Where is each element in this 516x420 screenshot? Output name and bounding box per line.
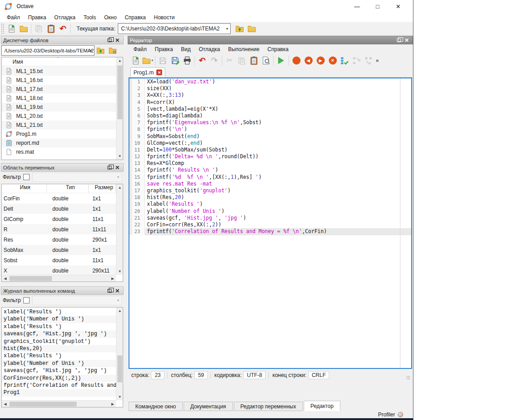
minimize-button[interactable]: — [347, 0, 367, 13]
line-number[interactable]: 12 [129, 153, 145, 160]
open-file-button[interactable]: ▾ [142, 55, 154, 66]
line-number[interactable]: 22 [129, 221, 145, 228]
line-number[interactable]: 10 [129, 140, 145, 147]
scroll-up-icon[interactable]: ▲ [116, 307, 123, 314]
history-line[interactable]: xlabel('Results ') [2, 323, 116, 330]
code-line[interactable]: 21 saveas(gcf, 'Hist.jpg ', 'jpg ') [129, 215, 411, 221]
history-vertical-scrollbar[interactable]: ▲ ▼ [116, 307, 123, 400]
file-row[interactable]: ML1_16.txt [2, 76, 116, 85]
file-row[interactable]: Prog1.m [2, 130, 116, 139]
scroll-down-icon[interactable]: ▼ [116, 153, 123, 160]
code-line[interactable]: 10 GlComp=vect(:,end) [129, 140, 411, 147]
code-line[interactable]: 11 Delt=100*SobMax/sum(Sobst) [129, 147, 411, 153]
tab-prog1[interactable]: Prog1.m ✕ [130, 67, 165, 77]
menu-item[interactable]: Отладка [50, 13, 79, 22]
paste-button[interactable] [248, 55, 260, 66]
line-number[interactable]: 7 [129, 119, 145, 126]
line-number[interactable]: 11 [129, 147, 145, 153]
menu-item[interactable]: Tools [80, 13, 100, 22]
scroll-left-icon[interactable]: ◀ [2, 277, 9, 281]
copy-button[interactable] [236, 55, 248, 66]
toggle-breakpoint-button[interactable] [290, 55, 302, 66]
scroll-right-icon[interactable]: ▶ [109, 402, 116, 406]
history-horizontal-scrollbar[interactable]: ◀ ▶ [2, 400, 116, 407]
code-line[interactable]: 17 graphics_toolkit('gnuplot') [129, 187, 411, 194]
code-line[interactable]: 3 X=XX(:,3:13) [129, 92, 411, 99]
menu-item[interactable]: Окно [100, 13, 121, 22]
variables-vertical-scrollbar[interactable]: ▲ ▼ [116, 184, 123, 275]
step-in-button[interactable] [351, 55, 363, 66]
undock-button[interactable] [395, 37, 403, 43]
close-panel-button[interactable]: ✕ [403, 37, 411, 43]
menu-item[interactable]: Файл [3, 13, 24, 22]
code-line[interactable]: 4 R=corr(X) [129, 99, 411, 106]
step-button[interactable] [339, 55, 351, 66]
save-button[interactable] [157, 55, 169, 66]
code-line[interactable]: 20 ylabel('Number of Unis ') [129, 208, 411, 215]
code-line[interactable]: 16 save res.mat Res -mat [129, 181, 411, 187]
line-number[interactable]: 16 [129, 181, 145, 187]
code-line[interactable]: 9 SobMax=Sobst(end) [129, 133, 411, 140]
menu-item[interactable]: Новости [150, 13, 178, 22]
code-line[interactable]: 22 CorFin=corr(Res,XX(:,2)) [129, 221, 411, 228]
variable-row[interactable]: Sobst double 11x1 [2, 255, 116, 265]
filter-combobox[interactable]: ▾ [32, 173, 122, 182]
scroll-up-icon[interactable]: ▲ [116, 184, 123, 191]
file-row[interactable]: ML1_17.txt [2, 85, 116, 94]
undo-button[interactable]: ↶ [196, 55, 208, 66]
variables-header-row[interactable]: ˆИмяТипРазмер [2, 184, 116, 193]
close-panel-button[interactable]: ✕ [113, 287, 121, 294]
profiler-status-icon[interactable] [398, 412, 403, 417]
close-panel-button[interactable]: ✕ [113, 164, 121, 171]
file-row[interactable]: ML1_15.txt [2, 67, 116, 76]
filter-checkbox[interactable] [23, 297, 30, 303]
line-number[interactable]: 17 [129, 187, 145, 194]
file-row[interactable]: ML1_18.txt [2, 94, 116, 103]
column-header[interactable]: ˆИмя [2, 184, 47, 193]
code-line[interactable]: 7 fprintf('Eigenvalues:\n %f \n',Sobst) [129, 119, 411, 126]
run-button[interactable] [275, 55, 287, 66]
variable-row[interactable]: R double 11x11 [2, 224, 116, 234]
dock-tab[interactable]: Редактор [304, 401, 340, 411]
undo-button[interactable]: ↶ [57, 23, 69, 35]
print-button[interactable] [181, 55, 193, 66]
copy-button[interactable] [33, 23, 45, 35]
code-line[interactable]: 18 hist(Res,20) [129, 194, 411, 201]
menu-item[interactable]: Правка [151, 45, 177, 54]
file-list-vertical-scrollbar[interactable]: ▲ ▼ [116, 57, 123, 160]
dock-tab[interactable]: Документация [184, 402, 233, 411]
remove-breakpoints-button[interactable]: ✕ [327, 55, 339, 66]
column-header[interactable]: Размер [89, 184, 116, 193]
history-line[interactable]: Prog1 [2, 389, 116, 396]
variable-row[interactable]: GlComp double 11x1 [2, 214, 116, 224]
code-line[interactable]: 19 xlabel('Results ') [129, 201, 411, 208]
file-row[interactable]: ML1_21.txt [2, 121, 116, 130]
code-line[interactable]: 12 fprintf('Delta= %d \n ',round(Delt)) [129, 153, 411, 160]
new-script-button[interactable] [129, 55, 142, 66]
menu-item[interactable]: Правка [24, 13, 51, 22]
menu-item[interactable]: Вид [177, 45, 195, 54]
variable-row[interactable]: CorFin double 1x1 [2, 193, 116, 204]
line-number[interactable]: 5 [129, 106, 145, 113]
open-file-button[interactable] [17, 23, 30, 35]
paste-button[interactable] [45, 23, 57, 35]
line-number[interactable]: 6 [129, 113, 145, 119]
browse-folder-button[interactable] [245, 23, 258, 35]
history-line[interactable]: saveas(gcf, 'Hist.jpg ', 'jpg ') [2, 330, 116, 338]
redo-button[interactable]: ↷ [208, 55, 220, 66]
menu-item[interactable]: Выполнение [224, 45, 263, 54]
undock-button[interactable] [105, 164, 113, 171]
next-breakpoint-button[interactable]: ▶ [314, 55, 327, 66]
line-number[interactable]: 20 [129, 208, 145, 215]
code-line[interactable]: 5 [vect,lambda]=eig(X'*X) [129, 106, 411, 113]
variable-row[interactable]: X double 290x11 [2, 265, 116, 276]
history-line[interactable]: ylabel('Number of Unis ') [2, 360, 116, 367]
code-line[interactable]: 1 XX=load('dan_vuz.txt') [129, 78, 411, 85]
files-up-button[interactable] [95, 45, 107, 56]
line-number[interactable]: 19 [129, 201, 145, 208]
line-number[interactable]: 3 [129, 92, 145, 99]
current-folder-combobox[interactable]: C:\Users\u202-03\Desktop\it-labs\TEMA2 ▾ [118, 23, 231, 34]
code-editor[interactable]: 1 XX=load('dan_vuz.txt') 2 size(XX) 3 X=… [129, 78, 412, 369]
undock-button[interactable] [105, 37, 113, 43]
line-number[interactable]: 8 [129, 126, 145, 133]
